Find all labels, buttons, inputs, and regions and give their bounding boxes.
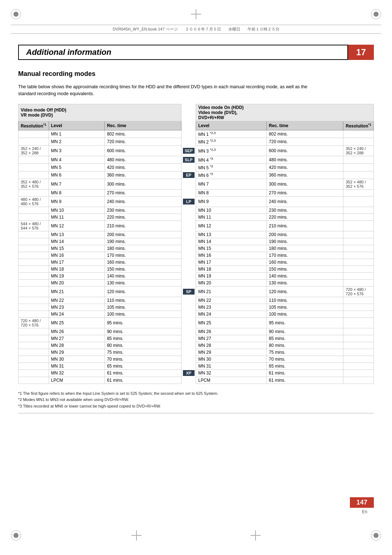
cell-level-left: MN 1 bbox=[49, 130, 105, 138]
cell-time-right: 802 mins. bbox=[266, 130, 343, 138]
th-level-left: Level bbox=[49, 121, 105, 130]
cell-level-right: MN 19 bbox=[196, 272, 267, 279]
cell-level-left: MN 21 bbox=[49, 286, 105, 297]
cell-level-left: MN 2 bbox=[49, 138, 105, 145]
intro-text: The table below shows the approximate re… bbox=[18, 84, 316, 97]
cell-level-right: MN 9 bbox=[196, 196, 267, 207]
cell-time-left: 230 mins. bbox=[105, 207, 181, 214]
cell-time-right: 80 mins. bbox=[266, 342, 343, 349]
cell-level-right: MN 29 bbox=[196, 349, 267, 356]
cell-time-right: 300 mins. bbox=[266, 179, 343, 189]
cell-res-left bbox=[19, 266, 49, 272]
cell-level-right: MN 22 bbox=[196, 297, 267, 304]
recording-table: Video mode Off (HDD) VR mode (DVD) Video… bbox=[18, 104, 374, 384]
cell-res-right bbox=[343, 311, 374, 317]
cell-level-left: MN 26 bbox=[49, 328, 105, 335]
cell-res-left bbox=[19, 138, 49, 145]
table-row: MN 18150 mins.MN 18150 mins. bbox=[19, 266, 374, 272]
cell-level-right: MN 26 bbox=[196, 328, 267, 335]
cell-time-right: 600 mins. bbox=[266, 145, 343, 156]
cell-time-left: 300 mins. bbox=[105, 179, 181, 189]
cell-time-left: 80 mins. bbox=[105, 342, 181, 349]
table-row: MN 24100 mins.MN 24100 mins. bbox=[19, 311, 374, 317]
cell-res-left bbox=[19, 286, 49, 297]
cell-time-right: 150 mins. bbox=[266, 266, 343, 272]
table-row: MN 13200 mins.MN 13200 mins. bbox=[19, 231, 374, 238]
cell-res-left bbox=[19, 189, 49, 196]
reg-mark-bottomright bbox=[371, 530, 381, 540]
page-number-box: 147 bbox=[350, 497, 374, 508]
table-row: MN 11220 mins.MN 11220 mins. bbox=[19, 214, 374, 220]
th-resolution-left: Resolution*1 bbox=[19, 121, 49, 130]
cell-level-right: MN 5 *3 bbox=[196, 163, 267, 171]
cell-time-left: 270 mins. bbox=[105, 189, 181, 196]
cell-mode-label: SLP bbox=[181, 156, 196, 163]
cell-time-left: 160 mins. bbox=[105, 259, 181, 266]
cell-res-right bbox=[343, 335, 374, 342]
footnote3: *3 Titles recorded at MN6 or lower canno… bbox=[18, 403, 374, 410]
section-header: Additional information 17 bbox=[18, 45, 374, 60]
cell-res-right bbox=[343, 328, 374, 335]
cell-level-left: MN 32 bbox=[49, 369, 105, 377]
cell-mode-label bbox=[181, 245, 196, 252]
cell-mode-label: SEP bbox=[181, 145, 196, 156]
cell-res-right bbox=[343, 130, 374, 138]
cell-time-left: 802 mins. bbox=[105, 130, 181, 138]
bottom-area bbox=[0, 530, 392, 540]
cell-time-left: 95 mins. bbox=[105, 317, 181, 328]
cell-mode-label bbox=[181, 362, 196, 369]
table-row: MN 16170 mins.MN 16170 mins. bbox=[19, 252, 374, 259]
cell-level-left: MN 28 bbox=[49, 342, 105, 349]
cell-res-left bbox=[19, 272, 49, 279]
cell-level-right: MN 13 bbox=[196, 231, 267, 238]
table-row: MN 1802 mins.MN 1 *2,3802 mins. bbox=[19, 130, 374, 138]
cell-level-right: MN 16 bbox=[196, 252, 267, 259]
section-number-box: 17 bbox=[348, 45, 374, 60]
section-number: 17 bbox=[356, 47, 366, 57]
table-row: MN 3261 mins.XPMN 3261 mins. bbox=[19, 369, 374, 377]
cell-mode-label bbox=[181, 238, 196, 245]
cell-res-left bbox=[19, 163, 49, 171]
cell-res-left: 480 × 480 / 480 × 576 bbox=[19, 196, 49, 207]
table-row: 720 × 480 / 720 × 576MN 2595 mins.MN 259… bbox=[19, 317, 374, 328]
cell-time-right: 140 mins. bbox=[266, 272, 343, 279]
cell-res-right bbox=[343, 369, 374, 377]
cell-level-left: MN 8 bbox=[49, 189, 105, 196]
cell-time-right: 75 mins. bbox=[266, 349, 343, 356]
table-row: MN 6360 mins.EPMN 6 *3360 mins. bbox=[19, 171, 374, 179]
th-rectime-left: Rec. time bbox=[105, 121, 181, 130]
cell-mode-label bbox=[181, 311, 196, 317]
cell-mode-label bbox=[181, 259, 196, 266]
table-row: MN 23105 mins.MN 23105 mins. bbox=[19, 304, 374, 311]
cell-level-left: MN 12 bbox=[49, 220, 105, 231]
section-title-box: Additional information bbox=[18, 45, 348, 60]
table-row: MN 5420 mins.MN 5 *3420 mins. bbox=[19, 163, 374, 171]
cell-level-right: MN 6 *3 bbox=[196, 171, 267, 179]
cell-level-right: MN 12 bbox=[196, 220, 267, 231]
cell-res-right bbox=[343, 189, 374, 196]
cell-time-left: 170 mins. bbox=[105, 252, 181, 259]
col-group-left: Video mode Off (HDD) VR mode (DVD) bbox=[19, 104, 181, 121]
cell-res-right bbox=[343, 349, 374, 356]
cell-level-left: MN 7 bbox=[49, 179, 105, 189]
cell-time-left: 190 mins. bbox=[105, 238, 181, 245]
top-marks-area bbox=[0, 0, 392, 22]
cell-res-right bbox=[343, 266, 374, 272]
cell-level-right: MN 25 bbox=[196, 317, 267, 328]
cell-level-right: MN 15 bbox=[196, 245, 267, 252]
cell-time-left: 420 mins. bbox=[105, 163, 181, 171]
cell-time-right: 170 mins. bbox=[266, 252, 343, 259]
cell-level-right: MN 8 bbox=[196, 189, 267, 196]
cell-level-left: MN 4 bbox=[49, 156, 105, 163]
cell-mode-label bbox=[181, 335, 196, 342]
cell-mode-label: SP bbox=[181, 286, 196, 297]
cell-time-left: 720 mins. bbox=[105, 138, 181, 145]
cell-res-right: 352 × 480 / 352 × 576 bbox=[343, 179, 374, 189]
cell-mode-label bbox=[181, 342, 196, 349]
cell-time-right: 100 mins. bbox=[266, 311, 343, 317]
cell-time-left: 65 mins. bbox=[105, 362, 181, 369]
cell-time-left: 130 mins. bbox=[105, 279, 181, 286]
cell-level-right: MN 20 bbox=[196, 279, 267, 286]
table-row: MN 3165 mins.MN 3165 mins. bbox=[19, 362, 374, 369]
cell-time-right: 105 mins. bbox=[266, 304, 343, 311]
